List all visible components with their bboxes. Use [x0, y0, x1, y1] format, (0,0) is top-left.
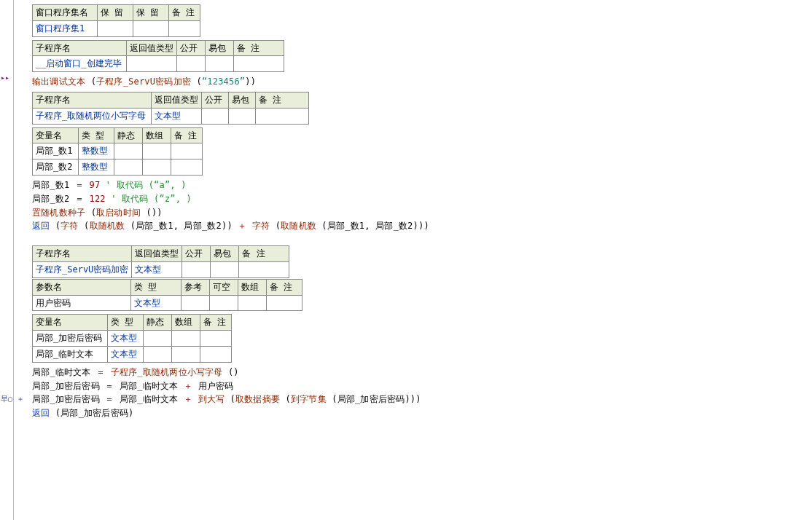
- th: 窗口程序集名: [33, 5, 98, 21]
- table-row[interactable]: 局部_临时文本 文本型: [33, 346, 232, 362]
- tok: 字符: [252, 221, 276, 231]
- code-line[interactable]: 局部_加密后密码 ＝ 局部_临时文本 ＋ 到大写 (取数据摘要 (到字节集 (局…: [32, 393, 812, 406]
- cell[interactable]: [143, 143, 171, 159]
- cell[interactable]: [144, 331, 172, 347]
- tok: 用户密码: [198, 381, 234, 391]
- tok: (: [91, 208, 96, 218]
- cell[interactable]: [239, 261, 289, 277]
- cell[interactable]: 局部_数2: [33, 159, 79, 176]
- th: 备 注: [234, 40, 284, 56]
- cell[interactable]: 局部_数1: [33, 143, 79, 159]
- th: 参数名: [33, 279, 131, 295]
- tok: 取随机数: [281, 221, 321, 231]
- cell[interactable]: [211, 261, 239, 277]
- table-row[interactable]: 窗口程序集1: [33, 20, 200, 36]
- cell[interactable]: [238, 295, 267, 311]
- th: 备 注: [169, 5, 200, 21]
- table-row[interactable]: 子程序_取随机两位小写字母 文本型: [33, 108, 309, 124]
- th: 备 注: [267, 279, 302, 295]
- tok: (: [91, 76, 96, 87]
- th: 变量名: [33, 315, 108, 331]
- tok: 置随机数种子: [32, 208, 91, 218]
- code-line[interactable]: 置随机数种子 (取启动时间 ()): [32, 206, 812, 220]
- cell[interactable]: [114, 159, 143, 176]
- tok: 到字节集: [291, 394, 332, 404]
- cell[interactable]: [114, 143, 143, 159]
- cell[interactable]: 子程序_ServU密码加密: [33, 261, 132, 277]
- code-line[interactable]: 局部_数1 ＝ 97 ' 取代码 (“a”, ): [32, 178, 812, 192]
- cell[interactable]: 整数型: [79, 143, 114, 159]
- cell[interactable]: 文本型: [132, 261, 182, 277]
- tok: ): [245, 76, 250, 87]
- cell[interactable]: 子程序_取随机两位小写字母: [33, 108, 152, 124]
- cell[interactable]: [200, 331, 232, 347]
- th: 可空: [210, 279, 238, 295]
- cell[interactable]: 窗口程序集1: [33, 20, 98, 36]
- tok: (: [196, 76, 201, 87]
- th: 保 留: [133, 5, 169, 21]
- cell[interactable]: [171, 159, 203, 176]
- tok: ＝: [105, 394, 120, 404]
- cell[interactable]: 文本型: [108, 346, 144, 362]
- table-row[interactable]: 子程序_ServU密码加密 文本型: [33, 261, 289, 277]
- cell[interactable]: [200, 346, 232, 362]
- cell[interactable]: [133, 20, 169, 36]
- cell[interactable]: [206, 56, 234, 72]
- cell[interactable]: [267, 295, 302, 311]
- tok: (局部_加密后密码): [55, 408, 134, 418]
- cell[interactable]: 局部_临时文本: [33, 346, 108, 362]
- cell[interactable]: [172, 331, 200, 347]
- cell[interactable]: [181, 295, 210, 311]
- code-line[interactable]: 返回 (字符 (取随机数 (局部_数1, 局部_数2)) ＋ 字符 (取随机数 …: [32, 219, 812, 233]
- th: 静态: [114, 127, 143, 143]
- table-row[interactable]: 局部_数2 整数型: [33, 159, 203, 176]
- cell[interactable]: [127, 56, 177, 72]
- code-line[interactable]: 返回 (局部_加密后密码): [32, 406, 812, 420]
- tok: 子程序_ServU密码加密: [96, 76, 196, 87]
- tok: (局部_加密后密码): [332, 394, 410, 404]
- table-params: 参数名 类 型 参考 可空 数组 备 注 用户密码 文本型: [32, 279, 302, 312]
- code-line[interactable]: 局部_数2 ＝ 122 ' 取代码 (“z”, ): [32, 192, 812, 206]
- code-line[interactable]: 局部_临时文本 ＝ 子程序_取随机两位小写字母 (): [32, 366, 812, 379]
- cell[interactable]: 文本型: [108, 331, 144, 347]
- cell[interactable]: [202, 108, 229, 124]
- cell[interactable]: [256, 108, 309, 124]
- th: 公开: [182, 246, 211, 262]
- cell[interactable]: [172, 346, 200, 362]
- tok: ＋: [184, 394, 198, 404]
- cell[interactable]: [210, 295, 238, 311]
- tok: ' 取代码 (“a”, ): [106, 180, 187, 190]
- cell[interactable]: 文本型: [131, 295, 181, 311]
- th: 静态: [144, 315, 172, 331]
- cell[interactable]: [171, 143, 203, 159]
- cell[interactable]: [144, 346, 172, 362]
- cell[interactable]: [234, 56, 284, 72]
- cell[interactable]: [182, 261, 211, 277]
- cell[interactable]: 整数型: [79, 159, 114, 176]
- cell[interactable]: 用户密码: [33, 295, 131, 311]
- table-row[interactable]: __启动窗口_创建完毕: [33, 56, 284, 72]
- table-row[interactable]: 局部_数1 整数型: [33, 143, 203, 159]
- cell[interactable]: [229, 108, 256, 124]
- cell[interactable]: [177, 56, 206, 72]
- code-line[interactable]: 输出调试文本 (子程序_ServU密码加密 (“123456”)): [32, 75, 812, 89]
- tok: (): [228, 367, 239, 377]
- code-line[interactable]: 局部_加密后密码 ＝ 局部_临时文本 ＋ 用户密码: [32, 379, 812, 393]
- table-row[interactable]: 局部_加密后密码 文本型: [33, 331, 232, 347]
- tok: ＝: [75, 194, 90, 204]
- tok: 取数据摘要: [235, 394, 285, 404]
- th: 数组: [172, 315, 200, 331]
- cell[interactable]: __启动窗口_创建完毕: [33, 56, 127, 72]
- cell[interactable]: 文本型: [152, 108, 202, 124]
- th: 子程序名: [33, 246, 132, 262]
- tok: (: [230, 394, 235, 404]
- th: 数组: [238, 279, 267, 295]
- cell[interactable]: [143, 159, 171, 176]
- cell[interactable]: [98, 20, 133, 36]
- gutter-marker-tri: ▸▸: [1, 73, 11, 83]
- cell[interactable]: 局部_加密后密码: [33, 331, 108, 347]
- table-row[interactable]: 用户密码 文本型: [33, 295, 302, 311]
- tok: 局部_加密后密码: [32, 381, 105, 391]
- th: 易包: [206, 40, 234, 56]
- cell[interactable]: [169, 20, 200, 36]
